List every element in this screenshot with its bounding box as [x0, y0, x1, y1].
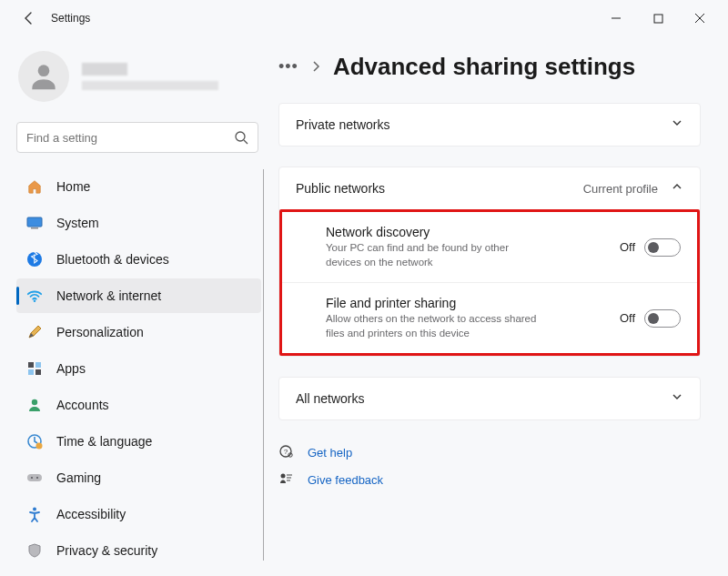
search-box[interactable]	[16, 122, 258, 153]
close-button[interactable]	[679, 4, 721, 33]
sidebar-item-label: System	[56, 216, 99, 230]
svg-rect-10	[35, 362, 41, 368]
minimize-button[interactable]	[595, 4, 637, 33]
sidebar-item-label: Network & internet	[56, 288, 161, 303]
panel-subtitle: Current profile	[583, 182, 658, 196]
sidebar-item-accessibility[interactable]: Accessibility	[16, 497, 261, 531]
setting-network-discovery[interactable]: Network discovery Your PC can find and b…	[282, 212, 697, 282]
toggle-state-label: Off	[620, 240, 635, 254]
svg-point-13	[32, 399, 37, 405]
panel-title: All networks	[296, 391, 671, 406]
apps-icon	[25, 359, 44, 378]
svg-rect-12	[35, 369, 41, 375]
sidebar-item-apps[interactable]: Apps	[16, 351, 261, 386]
panel-private-networks[interactable]: Private networks	[279, 104, 700, 146]
toggle-network-discovery[interactable]	[644, 238, 681, 257]
svg-point-23	[281, 474, 286, 479]
chevron-down-icon	[671, 116, 683, 133]
svg-point-2	[38, 65, 50, 76]
link-label: Get help	[308, 446, 352, 460]
sidebar-item-privacy[interactable]: Privacy & security	[16, 533, 261, 561]
svg-point-3	[236, 132, 245, 141]
sidebar-item-system[interactable]: System	[16, 206, 261, 240]
chevron-up-icon	[671, 180, 683, 197]
setting-description: Allow others on the network to access sh…	[326, 312, 544, 340]
accounts-icon	[25, 396, 44, 414]
shield-icon	[25, 541, 44, 560]
accessibility-icon	[25, 505, 44, 523]
wifi-icon	[25, 287, 44, 305]
breadcrumb-overflow-button[interactable]: •••	[278, 57, 298, 76]
chevron-down-icon	[671, 390, 683, 407]
back-button[interactable]	[18, 7, 40, 29]
panel-all-networks[interactable]: All networks	[279, 378, 700, 419]
svg-point-17	[31, 477, 33, 479]
feedback-icon	[278, 471, 295, 488]
clock-globe-icon	[25, 432, 44, 450]
panel-title: Public networks	[296, 181, 583, 196]
link-label: Give feedback	[308, 473, 383, 487]
search-input[interactable]	[26, 131, 234, 145]
sidebar-item-label: Home	[56, 179, 90, 194]
profile-block[interactable]	[16, 45, 264, 111]
system-icon	[25, 214, 44, 232]
panel-public-networks[interactable]: Public networks Current profile	[279, 167, 700, 209]
sidebar-item-label: Time & language	[56, 434, 152, 449]
svg-point-18	[36, 477, 38, 479]
svg-rect-6	[31, 227, 38, 229]
home-icon	[25, 177, 44, 196]
sidebar-item-label: Gaming	[56, 470, 101, 485]
svg-rect-1	[654, 15, 662, 23]
maximize-button[interactable]	[637, 4, 679, 33]
gaming-icon	[25, 469, 44, 487]
sidebar-item-network[interactable]: Network & internet	[16, 278, 261, 313]
svg-line-4	[244, 140, 248, 144]
sidebar-item-label: Accounts	[56, 398, 109, 412]
svg-rect-9	[28, 362, 34, 368]
profile-email-redacted	[82, 81, 218, 90]
svg-rect-5	[27, 217, 42, 227]
panel-title: Private networks	[296, 117, 671, 132]
svg-point-8	[34, 300, 36, 303]
sidebar-item-personalization[interactable]: Personalization	[16, 315, 261, 349]
svg-text:?: ?	[284, 448, 288, 456]
profile-name-redacted	[82, 63, 127, 76]
svg-rect-16	[27, 474, 42, 481]
sidebar-item-bluetooth[interactable]: Bluetooth & devices	[16, 242, 261, 277]
window-title: Settings	[51, 12, 90, 25]
sidebar-item-accounts[interactable]: Accounts	[16, 388, 261, 422]
bluetooth-icon	[25, 250, 44, 268]
paintbrush-icon	[25, 323, 44, 341]
sidebar-item-time-language[interactable]: Time & language	[16, 424, 261, 459]
setting-title: Network discovery	[326, 225, 620, 239]
setting-title: File and printer sharing	[326, 296, 620, 310]
setting-description: Your PC can find and be found by other d…	[326, 241, 544, 269]
sidebar-item-label: Privacy & security	[56, 543, 157, 558]
page-title: Advanced sharing settings	[333, 53, 635, 81]
toggle-file-printer-sharing[interactable]	[644, 309, 681, 328]
get-help-link[interactable]: ? Get help	[278, 439, 701, 466]
help-icon: ?	[278, 444, 295, 460]
search-icon	[234, 130, 248, 145]
give-feedback-link[interactable]: Give feedback	[278, 466, 701, 493]
sidebar-item-home[interactable]: Home	[16, 169, 261, 204]
sidebar-item-gaming[interactable]: Gaming	[16, 460, 261, 495]
svg-point-15	[36, 443, 43, 450]
sidebar-item-label: Bluetooth & devices	[56, 252, 169, 267]
highlighted-settings-region: Network discovery Your PC can find and b…	[279, 209, 700, 356]
svg-point-19	[33, 508, 36, 511]
chevron-right-icon	[311, 59, 320, 76]
avatar	[18, 51, 69, 102]
sidebar-item-label: Accessibility	[56, 507, 126, 521]
setting-file-printer-sharing[interactable]: File and printer sharing Allow others on…	[282, 282, 697, 353]
sidebar-item-label: Personalization	[56, 325, 144, 339]
svg-rect-11	[28, 369, 34, 375]
sidebar-item-label: Apps	[56, 361, 86, 376]
toggle-state-label: Off	[620, 311, 635, 325]
